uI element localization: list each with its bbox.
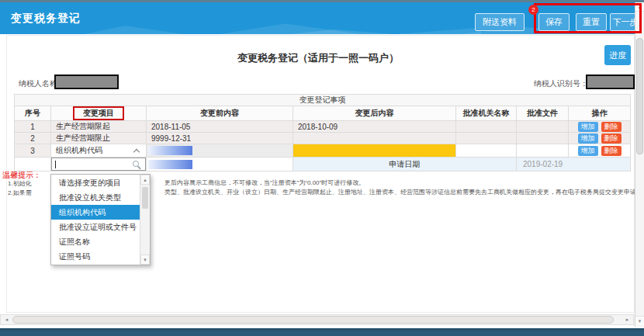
table-section-header: 变更登记事项 — [15, 95, 631, 106]
row-before-value: 2018-11-05 — [147, 121, 293, 133]
row-actions: 增加删除 — [569, 133, 631, 144]
scroll-up-icon[interactable]: ▲ — [635, 2, 644, 12]
taxpayer-name-redacted-value — [54, 74, 119, 89]
add-row-button[interactable]: 增加 — [578, 122, 598, 132]
vertical-scrollbar[interactable]: ▲ ▼ — [635, 2, 644, 327]
scroll-left-icon[interactable]: ◄ — [2, 315, 12, 324]
dropdown-scrollbar[interactable]: ▲ ▼ — [140, 175, 150, 265]
dropdown-option[interactable]: 证照号码 — [51, 249, 140, 264]
row-approve-doc — [517, 133, 569, 144]
search-icon — [133, 161, 139, 167]
apply-date-value: 2019-02-19 — [517, 158, 631, 171]
taxpayer-id-redacted-value — [586, 74, 635, 89]
row-actions: 增加删除 — [569, 144, 631, 158]
change-items-table: 变更登记事项 序号 变更项目 变更前内容 变更后内容 批准机关名称 批准文件 操… — [14, 94, 631, 171]
row-before-value — [147, 158, 293, 171]
delete-row-button[interactable]: 删除 — [601, 122, 621, 132]
apply-date-row: 申请日期 2019-02-19 — [15, 158, 631, 171]
row-approve-doc — [517, 121, 569, 133]
redacted-blur-bar — [148, 160, 192, 169]
save-button[interactable]: 保存 — [538, 13, 570, 31]
scroll-up-icon[interactable]: ▲ — [140, 175, 150, 185]
row-approve-org — [456, 121, 517, 133]
col-header-seq: 序号 — [15, 106, 51, 121]
dropdown-option[interactable]: 证照名称 — [51, 234, 140, 249]
scroll-right-icon[interactable]: ► — [622, 315, 632, 324]
col-header-change-item: 变更项目 — [51, 106, 147, 121]
screen: 变更税务登记 附送资料 保存 重置 下一步 2 ▲ ▼ 进度 变更税务登记（适用… — [0, 0, 644, 336]
col-header-before: 变更前内容 — [147, 106, 293, 121]
add-row-button[interactable]: 增加 — [578, 146, 598, 156]
col-header-after: 变更后内容 — [293, 106, 456, 121]
dropdown-options-list: 请选择变更的项目 批准设立机关类型 组织机构代码 批准设立证明或文件号 证照名称… — [51, 175, 140, 264]
red-highlight-box-column: 变更项目 — [73, 106, 124, 120]
dropdown-option[interactable]: 批准设立机关类型 — [51, 190, 140, 205]
tip-line2-text: 类型、批准设立机关、开业（设立）日期、生产经营期限起止、注册地址、注册资本、经营… — [164, 188, 642, 196]
vertical-scrollbar-thumb[interactable] — [636, 38, 643, 154]
page-header-title: 变更税务登记 — [11, 12, 81, 26]
change-item-dropdown: 请选择变更的项目 批准设立机关类型 组织机构代码 批准设立证明或文件号 证照名称… — [50, 174, 151, 265]
header-wave-decoration — [47, 22, 481, 34]
col-header-approve-org: 批准机关名称 — [456, 106, 517, 121]
tip-line1-text: 更后内容展示工商信息，不可修改，当“注册资本”为“0.00”时可进行修改。 — [164, 178, 365, 187]
dropdown-option-selected[interactable]: 组织机构代码 — [51, 205, 140, 220]
table-row: 1 生产经营期限起 2018-11-05 2018-10-09 增加删除 — [15, 121, 631, 133]
row-seq-empty — [15, 158, 51, 171]
row-change-item-cell: 组织机构代码 — [51, 144, 147, 158]
col-header-actions: 操作 — [569, 106, 631, 121]
table-row: 3 组织机构代码 增加删除 — [15, 144, 631, 158]
window-bottom-bar — [0, 328, 644, 336]
row-change-item: 生产经营期限起 — [51, 121, 147, 133]
row-change-item: 生产经营期限止 — [51, 133, 147, 144]
row-approve-org — [456, 144, 517, 158]
progress-button[interactable]: 进度 — [604, 45, 631, 65]
form-title: 变更税务登记（适用于一照一码户） — [0, 51, 636, 65]
delete-row-button[interactable]: 删除 — [601, 146, 621, 156]
attach-materials-button[interactable]: 附送资料 — [475, 13, 525, 31]
scroll-down-icon[interactable]: ▼ — [140, 255, 150, 265]
scroll-down-icon[interactable]: ▼ — [635, 316, 644, 325]
dropdown-scrollbar-thumb[interactable] — [142, 187, 148, 209]
horizontal-scrollbar[interactable]: ◄ ► — [0, 314, 634, 325]
attach-badge: 2 — [528, 5, 538, 15]
add-row-button[interactable]: 增加 — [578, 133, 598, 144]
taxpayer-id-label: 纳税人识别号： — [534, 78, 588, 89]
col-header-approve-doc: 批准文件 — [517, 106, 569, 121]
dropdown-option[interactable]: 批准设立证明或文件号 — [51, 220, 140, 234]
text-cursor — [55, 161, 56, 168]
dropdown-filter-cell — [51, 158, 147, 171]
dropdown-option[interactable]: 请选择变更的项目 — [51, 175, 140, 190]
row-after-value-highlighted — [293, 144, 456, 158]
dropdown-search-input[interactable] — [51, 158, 146, 171]
tip-line1-prefix: 1.初始化 — [8, 179, 32, 188]
row-after-value: 2018-10-09 — [293, 121, 456, 133]
delete-row-button[interactable]: 删除 — [601, 133, 621, 144]
tip-line2-prefix: 2.如果需 — [8, 189, 32, 197]
row-approve-doc — [517, 144, 569, 158]
redacted-blur-bar — [148, 146, 192, 155]
table-row: 2 生产经营期限止 9999-12-31 增加删除 — [15, 133, 631, 144]
chevron-up-icon — [133, 149, 140, 155]
row-after-value — [293, 133, 456, 144]
row-before-value: 9999-12-31 — [147, 133, 293, 144]
row-seq: 1 — [15, 121, 51, 133]
row-actions: 增加删除 — [569, 121, 631, 133]
horizontal-scrollbar-thumb[interactable] — [12, 316, 614, 324]
row-seq: 3 — [15, 144, 51, 158]
row-approve-org — [456, 133, 517, 144]
row-before-value — [147, 144, 293, 158]
apply-date-label: 申请日期 — [293, 158, 517, 171]
reset-button[interactable]: 重置 — [576, 13, 607, 31]
change-item-select[interactable]: 组织机构代码 — [51, 144, 146, 157]
selected-option-label: 组织机构代码 — [56, 145, 102, 156]
row-seq: 2 — [15, 133, 51, 144]
